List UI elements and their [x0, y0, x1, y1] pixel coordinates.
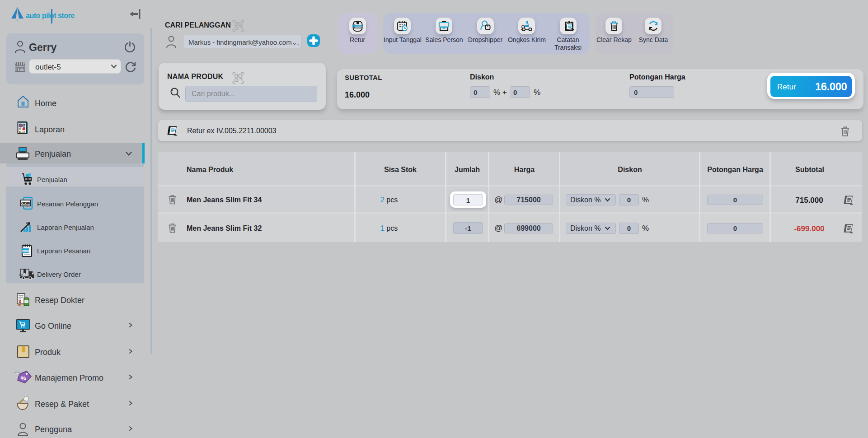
svg-text:ORDER: ORDER [21, 202, 30, 205]
svg-text:ORDER: ORDER [22, 250, 31, 252]
